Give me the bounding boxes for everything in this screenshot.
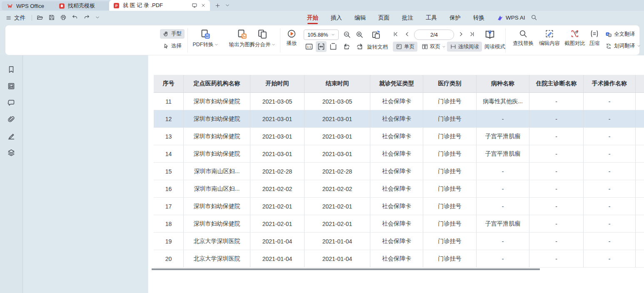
table-cell: - (529, 128, 584, 145)
menu-tab-label: 页面 (378, 14, 389, 22)
word-translate-button[interactable]: 文A 划词翻译 (605, 42, 641, 50)
play-button[interactable]: 播放 (281, 29, 302, 47)
open-folder-icon[interactable] (37, 14, 43, 21)
fit-width-button[interactable] (316, 41, 327, 52)
menu-tab-label: WPS AI (506, 15, 525, 21)
menu-tab-3[interactable]: 页面 (378, 11, 389, 25)
search-icon[interactable] (531, 14, 537, 21)
hand-tool-label: 手型 (171, 30, 182, 37)
close-icon[interactable] (201, 3, 206, 8)
table-cell: 深圳市妇幼保健院 (184, 128, 250, 145)
table-cell: - (529, 145, 584, 162)
app-tab-wps-office[interactable]: WPS Office (2, 1, 62, 10)
screenshot-compare-button[interactable]: 截图对比 (562, 29, 588, 47)
save-icon[interactable] (48, 14, 55, 21)
table-cell: 2021-01-04 (305, 233, 370, 250)
first-page-button[interactable] (392, 31, 399, 37)
bookmark-icon[interactable] (7, 65, 15, 74)
table-row: 12深圳市妇幼保健院2021-03-012021-03-01社会保障卡门诊挂号-… (154, 110, 644, 128)
app-tab-docer[interactable]: 找稻壳模板 (53, 1, 118, 10)
menu-tab-0[interactable]: 开始 (307, 11, 318, 25)
rotate-pages-button[interactable] (371, 30, 381, 40)
layers-icon[interactable] (7, 149, 15, 157)
zoom-level-select[interactable]: 105.88% (304, 30, 339, 40)
table-cell: 2021-03-01 (305, 145, 370, 162)
sign-icon[interactable] (7, 132, 15, 140)
table-row: 16深圳市南山区妇...2021-02-022021-02-02社会保障卡门诊挂… (154, 180, 644, 198)
table-cell (636, 233, 644, 250)
document-tab[interactable]: P 就 医 记 录 .PDF (109, 0, 210, 11)
new-tab-button[interactable] (213, 1, 222, 10)
fit-page-button[interactable] (329, 42, 337, 51)
menu-tab-label: 批注 (402, 14, 413, 22)
redo-icon[interactable] (83, 14, 90, 21)
menu-tab-5[interactable]: 工具 (426, 11, 437, 25)
table-cell: - (584, 215, 636, 232)
zoom-in-button[interactable] (355, 30, 364, 39)
compress-button[interactable]: 压缩 (586, 29, 603, 47)
table-cell: 15 (154, 163, 184, 180)
quick-access-toolbar (37, 14, 100, 21)
hand-tool-button[interactable]: 手型 (160, 29, 185, 39)
table-cell: 2021-03-05 (305, 93, 370, 110)
table-cell: - (529, 215, 584, 232)
page-number-input[interactable]: 2/4 (414, 30, 454, 40)
continuous-reading-button[interactable]: 连续阅读 (447, 42, 482, 52)
edit-content-button[interactable]: 编辑内容 (537, 29, 562, 47)
table-cell: 病毒性其他疾... (477, 93, 529, 110)
pdf-convert-icon (200, 29, 211, 40)
select-tool-button[interactable]: 选择 (160, 41, 185, 51)
table-cell: 门诊挂号 (423, 215, 477, 232)
left-sidebar (0, 55, 23, 293)
file-menu-label: 文件 (14, 14, 25, 22)
single-page-button[interactable]: 单页 (393, 42, 417, 52)
window-tab-bar: WPS Office 找稻壳模板 P 就 医 记 录 .PDF (0, 0, 644, 11)
table-header-cell (636, 75, 644, 92)
full-text-translate-button[interactable]: A文 全文翻译 (605, 31, 635, 38)
reading-mode-icon-wrap[interactable] (484, 29, 495, 40)
rotate-doc-label[interactable]: 旋转文档 (367, 44, 388, 51)
rotate-left-button[interactable] (343, 42, 351, 51)
menu-tab-2[interactable]: 编辑 (354, 11, 366, 25)
menu-tab-8[interactable]: WPS AI (497, 11, 525, 25)
menu-tab-6[interactable]: 保护 (449, 11, 461, 25)
find-replace-button[interactable]: 查找替换 (510, 29, 536, 47)
undo-icon[interactable] (72, 14, 78, 21)
table-cell: 门诊挂号 (423, 93, 477, 110)
menu-tab-label: 插入 (331, 14, 342, 22)
rotate-doc-icon (371, 30, 381, 40)
print-icon[interactable] (60, 14, 67, 21)
table-cell: 18 (154, 215, 184, 232)
table-cell: 2021-02-01 (250, 198, 305, 215)
reading-mode-button[interactable]: 阅读模式 (482, 42, 508, 52)
monitor-icon[interactable] (192, 2, 197, 8)
file-menu-button[interactable]: 文件 (6, 14, 25, 22)
comment-icon[interactable] (7, 99, 15, 107)
table-cell: - (529, 250, 584, 267)
menu-tab-label: 保护 (449, 14, 461, 22)
table-cell: 2021-01-04 (305, 250, 370, 267)
last-page-button[interactable] (469, 31, 475, 37)
split-merge-button[interactable]: 拆分合并 (245, 29, 280, 48)
table-cell: 2021-03-01 (250, 110, 305, 127)
menu-tab-1[interactable]: 插入 (331, 11, 342, 25)
app-tab-label: WPS Office (16, 3, 44, 9)
menu-tab-4[interactable]: 批注 (402, 11, 413, 25)
zoom-out-button[interactable] (343, 30, 351, 39)
menu-tab-7[interactable]: 转换 (473, 11, 484, 25)
pdf-convert-button[interactable]: PDF转换 (188, 29, 222, 48)
table-cell: 深圳市妇幼保健院 (184, 198, 250, 215)
divider (32, 15, 32, 21)
prev-page-button[interactable] (404, 31, 410, 37)
double-page-button[interactable]: 双页 (419, 42, 449, 52)
table-row: 14深圳市妇幼保健院2021-03-012021-03-01社会保障卡门诊挂号子… (154, 145, 644, 163)
next-page-button[interactable] (458, 31, 464, 37)
chevron-down-icon[interactable] (95, 15, 100, 20)
table-cell (636, 198, 644, 215)
table-cell: 2021-03-01 (250, 128, 305, 145)
tab-list-button[interactable] (223, 1, 232, 10)
actual-size-button[interactable]: 1:1 (305, 42, 313, 51)
attachment-icon[interactable] (7, 115, 15, 124)
thumbnail-icon[interactable] (7, 82, 15, 90)
rotate-right-button[interactable] (355, 42, 364, 51)
